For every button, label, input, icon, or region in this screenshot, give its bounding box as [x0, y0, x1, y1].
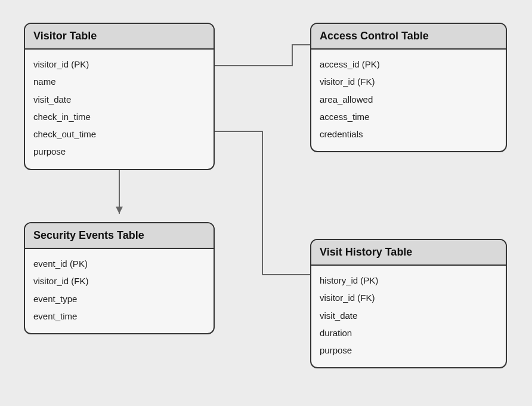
field: area_allowed	[320, 91, 497, 108]
visit-history-table-title: Visit History Table	[311, 240, 506, 266]
security-events-table-title: Security Events Table	[25, 223, 214, 249]
field: visitor_id (FK)	[320, 73, 497, 90]
field: visit_date	[33, 91, 205, 108]
field: event_type	[33, 290, 205, 307]
field: access_time	[320, 108, 497, 125]
field: event_id (PK)	[33, 255, 205, 272]
visitor-table: Visitor Table visitor_id (PK) name visit…	[24, 23, 215, 170]
field: history_id (PK)	[320, 272, 497, 289]
field: visit_date	[320, 307, 497, 324]
field: name	[33, 73, 205, 90]
connector-visitor-to-history	[215, 131, 310, 275]
field: visitor_id (FK)	[33, 272, 205, 290]
connector-visitor-to-access	[215, 45, 310, 66]
field: check_in_time	[33, 108, 205, 125]
visit-history-table: Visit History Table history_id (PK) visi…	[310, 239, 507, 368]
access-control-table-title: Access Control Table	[311, 24, 506, 50]
field: visitor_id (PK)	[33, 56, 205, 73]
visitor-table-title: Visitor Table	[25, 24, 214, 50]
field: event_time	[33, 307, 205, 325]
security-events-table: Security Events Table event_id (PK) visi…	[24, 222, 215, 334]
access-control-table-body: access_id (PK) visitor_id (FK) area_allo…	[311, 50, 506, 151]
access-control-table: Access Control Table access_id (PK) visi…	[310, 23, 507, 152]
erd-canvas: Visitor Table visitor_id (PK) name visit…	[0, 0, 532, 406]
visit-history-table-body: history_id (PK) visitor_id (FK) visit_da…	[311, 266, 506, 367]
visitor-table-body: visitor_id (PK) name visit_date check_in…	[25, 50, 214, 169]
field: check_out_time	[33, 125, 205, 143]
field: visitor_id (FK)	[320, 289, 497, 306]
field: access_id (PK)	[320, 56, 497, 73]
field: duration	[320, 324, 497, 342]
field: purpose	[320, 342, 497, 359]
field: purpose	[33, 143, 205, 160]
field: credentials	[320, 125, 497, 143]
security-events-table-body: event_id (PK) visitor_id (FK) event_type…	[25, 249, 214, 333]
